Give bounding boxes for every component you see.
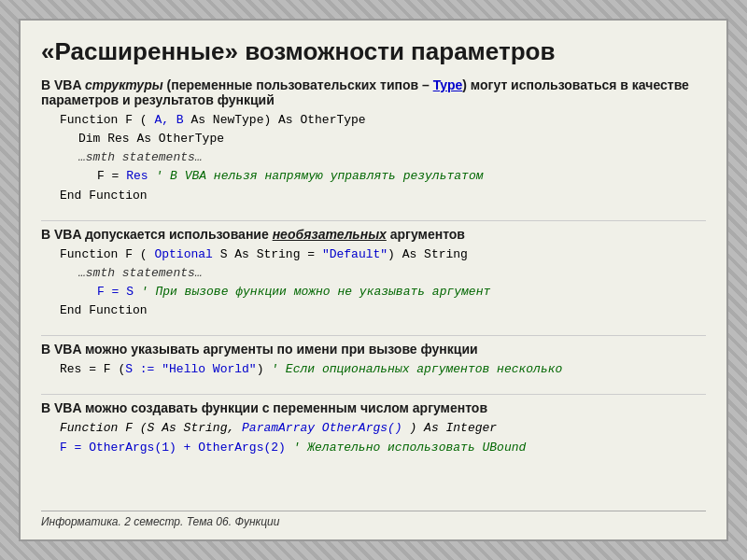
section2-header: В VBA допускается использование необязат… bbox=[41, 227, 706, 242]
code-line: …smth statements… bbox=[60, 148, 706, 167]
code-line: Function F (S As String, ParamArray Othe… bbox=[60, 419, 706, 438]
code-line: Function F ( A, B As NewType) As OtherTy… bbox=[60, 111, 706, 130]
main-card: «Расширенные» возможности параметров В V… bbox=[19, 19, 728, 541]
code-line: Function F ( Optional S As String = "Def… bbox=[60, 245, 706, 264]
section-named-args: В VBA можно указывать аргументы по имени… bbox=[41, 342, 706, 379]
footer-text: Информатика. 2 семестр. Тема 06. Функции bbox=[41, 511, 706, 528]
code-line: End Function bbox=[60, 187, 706, 205]
code-line: F = S ' При вызове функции можно не указ… bbox=[60, 283, 706, 301]
code-line: End Function bbox=[60, 301, 706, 320]
divider bbox=[41, 335, 706, 336]
section1-header: В VBA структуры (переменные пользователь… bbox=[41, 77, 706, 107]
code-line: F = OtherArgs(1) + OtherArgs(2) ' Желате… bbox=[60, 439, 706, 457]
code-line: …smth statements… bbox=[60, 264, 706, 283]
section-structures: В VBA структуры (переменные пользователь… bbox=[41, 77, 706, 205]
divider bbox=[41, 220, 706, 221]
code-line: Res = F (S := "Hello World") ' Если опци… bbox=[60, 360, 706, 379]
section4-header: В VBA можно создавать функции с переменн… bbox=[41, 400, 706, 415]
background: «Расширенные» возможности параметров В V… bbox=[0, 0, 747, 560]
section3-header: В VBA можно указывать аргументы по имени… bbox=[41, 342, 706, 357]
section4-code: Function F (S As String, ParamArray Othe… bbox=[41, 419, 706, 456]
section1-code: Function F ( A, B As NewType) As OtherTy… bbox=[41, 111, 706, 205]
section2-code: Function F ( Optional S As String = "Def… bbox=[41, 245, 706, 321]
page-title: «Расширенные» возможности параметров bbox=[41, 37, 706, 66]
section-paramarray: В VBA можно создавать функции с переменн… bbox=[41, 400, 706, 456]
section-optional: В VBA допускается использование необязат… bbox=[41, 227, 706, 321]
code-line: F = Res ' В VBA нельзя напрямую управлят… bbox=[60, 167, 706, 186]
section3-code: Res = F (S := "Hello World") ' Если опци… bbox=[41, 360, 706, 379]
code-line: Dim Res As OtherType bbox=[60, 130, 706, 148]
divider bbox=[41, 394, 706, 395]
